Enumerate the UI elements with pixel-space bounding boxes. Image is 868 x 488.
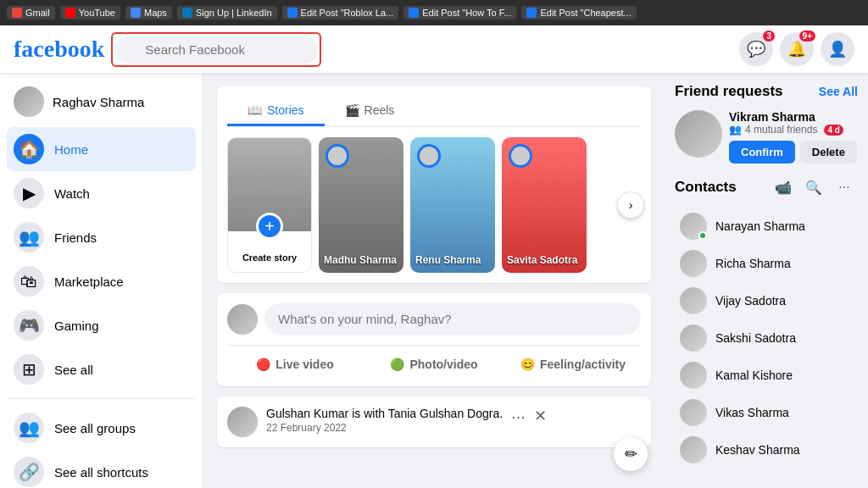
contact-keshav[interactable]: Keshav Sharma — [675, 431, 858, 469]
tab-reels[interactable]: 🎬 Reels — [325, 97, 415, 126]
live-video-button[interactable]: 🔴 Live video — [227, 352, 363, 376]
sidebar-item-watch[interactable]: ▶ Watch — [7, 171, 196, 215]
sidebar-shortcuts-label: See all shortcuts — [54, 465, 148, 480]
post-input-row — [227, 303, 641, 335]
contact-name-keshav: Keshav Sharma — [715, 443, 800, 457]
search-input[interactable] — [114, 36, 318, 64]
live-video-label: Live video — [275, 358, 333, 371]
contact-sakshi[interactable]: Sakshi Sadotra — [675, 319, 858, 357]
messenger-button[interactable]: 💬 3 — [739, 32, 773, 66]
photo-video-button[interactable]: 🟢 Photo/video — [366, 352, 502, 376]
stories-tab-label: Stories — [267, 103, 304, 117]
story-name-3: Savita Sadotra — [507, 254, 577, 266]
post-input[interactable] — [264, 303, 641, 335]
contacts-title: Contacts — [675, 179, 737, 196]
sidebar-marketplace-label: Marketplace — [54, 274, 124, 289]
sidebar-item-seeall[interactable]: ⊞ See all — [7, 347, 196, 391]
notifications-badge: 9+ — [799, 30, 815, 42]
see-all-requests-button[interactable]: See All — [819, 85, 858, 98]
fr-info: Vikram Sharma 👥 4 mutual friends 4 d Con… — [729, 110, 858, 164]
edit-fab-button[interactable]: ✏ — [614, 437, 648, 471]
seeall-icon: ⊞ — [14, 354, 44, 385]
fr-buttons: Confirm Delete — [729, 141, 858, 164]
story-card-2[interactable]: Renu Sharma — [410, 137, 495, 273]
feeling-button[interactable]: 😊 Feeling/activity — [505, 352, 641, 376]
notif-options-button[interactable]: ··· — [511, 407, 526, 426]
search-input-container: 🔍 — [114, 36, 318, 64]
contact-vikas[interactable]: Vikas Sharma — [675, 394, 858, 431]
sidebar-item-marketplace[interactable]: 🛍 Marketplace — [7, 259, 196, 303]
video-call-icon[interactable]: 📹 — [770, 174, 797, 201]
fr-mutual-text: 4 mutual friends — [745, 124, 817, 136]
contact-name-vijay: Vijay Sadotra — [715, 294, 786, 308]
notif-avatar — [227, 407, 258, 437]
contact-avatar-sakshi — [680, 324, 707, 352]
confirm-request-button[interactable]: Confirm — [729, 141, 795, 164]
create-story-card[interactable]: + Create story — [227, 137, 312, 273]
tab-linkedin[interactable]: Sign Up | LinkedIn — [177, 6, 277, 19]
notifications-button[interactable]: 🔔 9+ — [780, 32, 814, 66]
notif-close-button[interactable]: ✕ — [534, 407, 547, 425]
contact-narayan[interactable]: Narayan Sharma — [675, 208, 858, 245]
main-layout: Raghav Sharma 🏠 Home ▶ Watch 👥 Friends 🛍… — [0, 73, 868, 488]
sidebar-item-home[interactable]: 🏠 Home — [7, 127, 196, 171]
contact-avatar-narayan — [680, 213, 707, 240]
sidebar: Raghav Sharma 🏠 Home ▶ Watch 👥 Friends 🛍… — [0, 73, 203, 488]
sidebar-gaming-label: Gaming — [54, 319, 99, 333]
marketplace-icon: 🛍 — [14, 266, 44, 297]
fr-avatar — [675, 110, 722, 158]
stories-next-button[interactable]: › — [617, 191, 644, 219]
post-user-avatar — [227, 304, 258, 335]
gmail-icon — [12, 8, 22, 18]
sidebar-item-friends[interactable]: 👥 Friends — [7, 215, 196, 259]
sidebar-user[interactable]: Raghav Sharma — [7, 80, 196, 124]
tab-fb3[interactable]: Edit Post "Cheapest... — [521, 6, 636, 19]
story-avatar-3 — [509, 144, 532, 168]
fr-mutual: 👥 4 mutual friends 4 d — [729, 124, 858, 136]
story-card-3[interactable]: Savita Sadotra — [502, 137, 587, 273]
tab-gmail[interactable]: Gmail — [7, 6, 55, 19]
sidebar-item-groups[interactable]: 👥 See all groups — [7, 406, 196, 450]
tab-maps[interactable]: Maps — [125, 6, 172, 19]
contact-name-narayan: Narayan Sharma — [715, 219, 805, 233]
sidebar-item-shortcuts[interactable]: 🔗 See all shortcuts — [7, 450, 196, 488]
post-box: 🔴 Live video 🟢 Photo/video 😊 Feeling/act… — [217, 293, 651, 386]
create-plus-icon: + — [256, 213, 283, 240]
fr-time-badge: 4 d — [824, 125, 843, 136]
contacts-header: Contacts 📹 🔍 ··· — [675, 174, 858, 201]
search-contacts-icon[interactable]: 🔍 — [800, 174, 827, 201]
friend-request-item: Vikram Sharma 👥 4 mutual friends 4 d Con… — [675, 110, 858, 164]
facebook-header: facebook 🔍 💬 3 🔔 9+ 👤 — [0, 25, 868, 73]
notif-content: Gulshan Kumar is with Tania Gulshan Dogr… — [266, 407, 503, 434]
tab-stories[interactable]: 📖 Stories — [227, 97, 325, 126]
delete-request-button[interactable]: Delete — [800, 141, 857, 164]
contacts-icons: 📹 🔍 ··· — [770, 174, 858, 201]
notification-post: Gulshan Kumar is with Tania Gulshan Dogr… — [217, 396, 651, 447]
tab-fb2[interactable]: Edit Post "How To F... — [403, 6, 516, 19]
reels-tab-icon: 🎬 — [345, 103, 359, 117]
friend-requests-title: Friend requests — [675, 83, 783, 100]
story-name-2: Renu Sharma — [415, 254, 481, 266]
maps-icon — [131, 8, 141, 18]
story-name-1: Madhu Sharma — [324, 254, 397, 266]
sidebar-item-gaming[interactable]: 🎮 Gaming — [7, 303, 196, 347]
tab-fb1[interactable]: Edit Post "Roblox La... — [282, 6, 399, 19]
facebook-logo[interactable]: facebook — [14, 36, 104, 63]
contact-kamal[interactable]: Kamal Kishore — [675, 357, 858, 394]
contacts-options-icon[interactable]: ··· — [831, 174, 858, 201]
contact-avatar-keshav — [680, 436, 707, 463]
contact-avatar-vijay — [680, 287, 707, 314]
contact-vijay[interactable]: Vijay Sadotra — [675, 282, 858, 319]
sidebar-divider-1 — [7, 398, 196, 399]
mutual-icon: 👥 — [729, 124, 742, 136]
contact-name-vikas: Vikas Sharma — [715, 406, 789, 419]
tab-gmail-label: Gmail — [25, 8, 50, 18]
stories-card: 📖 Stories 🎬 Reels + — [217, 86, 651, 283]
tab-youtube[interactable]: YouTube — [60, 6, 120, 19]
contact-richa[interactable]: Richa Sharma — [675, 245, 858, 282]
live-video-icon: 🔴 — [256, 358, 270, 371]
watch-icon: ▶ — [14, 178, 44, 208]
sidebar-friends-label: Friends — [54, 230, 97, 245]
story-card-1[interactable]: Madhu Sharma — [319, 137, 403, 273]
profile-button[interactable]: 👤 — [821, 32, 854, 66]
